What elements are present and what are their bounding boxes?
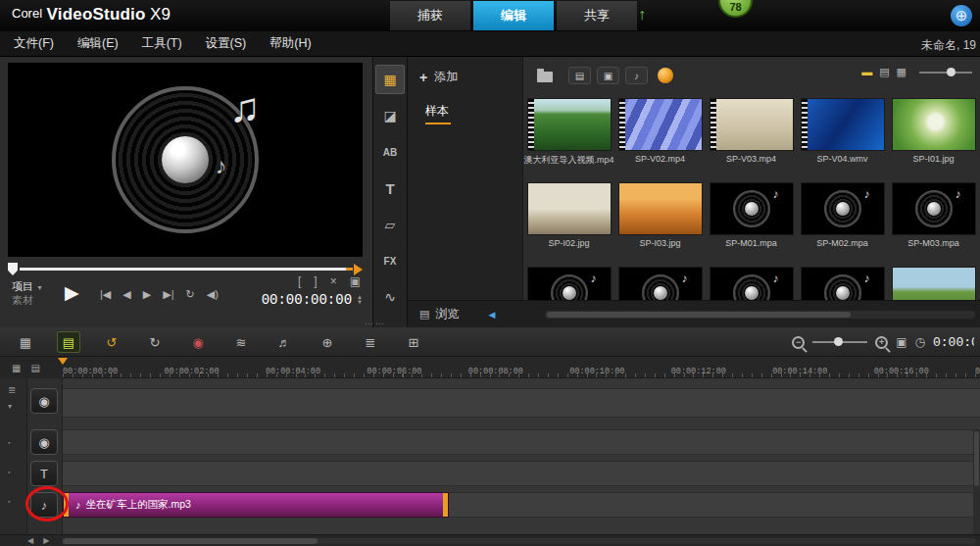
media-item[interactable]: ♪ <box>797 267 888 300</box>
gallery-scrollbar[interactable] <box>545 311 975 319</box>
video-track-button[interactable]: ◉ <box>30 388 58 414</box>
timeline-scrollbar-handle[interactable] <box>63 538 318 544</box>
media-item[interactable]: ♪ <box>888 267 979 300</box>
menu-item[interactable]: 文件(F) <box>14 35 54 52</box>
preview-timecode[interactable]: 00:00:00:00 <box>262 292 352 308</box>
menu-item[interactable]: 设置(S) <box>206 35 247 52</box>
panel-splitter-grip[interactable]: ⋯⋯ <box>365 319 386 328</box>
clock-icon[interactable]: ◷ <box>915 335 925 349</box>
fit-project-icon[interactable]: ▣ <box>896 335 906 349</box>
title-icon[interactable]: T <box>375 174 405 203</box>
timeline-zoom-slider[interactable] <box>812 341 867 343</box>
timeline-ruler[interactable]: ▦ ▤ 00:00:00:00 00:00:02:00 00:00:04:00 … <box>0 357 980 378</box>
graphic-icon[interactable]: ▱ <box>375 210 405 239</box>
subtitle-editor-icon[interactable]: ≣ <box>359 331 382 353</box>
media-item[interactable]: ♪ SP-M02.mpa <box>797 182 888 267</box>
view-toggle-icon[interactable]: ▤ <box>879 66 889 78</box>
timecode-spinner[interactable]: ▲ ▼ <box>357 295 363 305</box>
media-item[interactable]: ♪ SP-I01.jpg <box>888 98 979 182</box>
play-button[interactable]: ▶ <box>65 281 79 304</box>
audio-filter-icon[interactable]: ♪ <box>625 67 648 84</box>
media-item[interactable]: ♪ <box>614 267 706 300</box>
video-track-lane[interactable] <box>63 388 980 418</box>
timeline-view-icon[interactable]: ▤ <box>57 331 80 353</box>
sidebar-item-samples[interactable]: 样本 <box>408 99 522 124</box>
folder-icon[interactable] <box>537 72 553 82</box>
view-toggle-icon[interactable]: ▬ <box>861 66 872 78</box>
timeline-playhead[interactable] <box>58 358 68 365</box>
media-item[interactable]: ♪ SP-V02.mp4 <box>614 98 706 182</box>
menu-item[interactable]: 帮助(H) <box>270 35 311 52</box>
track-option-icon[interactable]: ▪ <box>8 498 10 505</box>
gallery-scrollbar-handle[interactable] <box>547 312 851 318</box>
view-toggle-icon[interactable]: ▦ <box>897 66 906 78</box>
next-frame-icon[interactable]: ▶ <box>143 288 151 301</box>
track-option-icon[interactable]: ▪ <box>8 469 10 475</box>
thumbnail-size-slider[interactable] <box>919 72 972 74</box>
split-clip-icon[interactable]: ▣ <box>350 274 361 288</box>
media-item[interactable]: ♪ SP-I03.jpg <box>614 182 706 267</box>
media-item[interactable]: ♪ <box>523 267 614 300</box>
media-item[interactable]: ♪ <box>706 267 797 300</box>
track-view-icon[interactable]: ▤ <box>30 363 39 373</box>
title-track-lane[interactable] <box>63 461 980 486</box>
track-option-icon[interactable]: ▪ <box>8 439 10 446</box>
mode-clip-label[interactable]: 素材 <box>12 294 41 307</box>
slider-knob[interactable] <box>947 68 956 76</box>
scroll-left-icon[interactable]: ◀ <box>488 310 495 320</box>
scrubber-track[interactable] <box>20 268 347 271</box>
scroll-left-icon[interactable]: ◀ <box>27 536 33 545</box>
media-item[interactable]: ♪ SP-M01.mpa <box>706 182 797 267</box>
media-item[interactable]: ♪ 澳大利亚导入视频.mp4 <box>523 98 614 182</box>
workspace-tab[interactable]: 编辑 <box>473 1 554 30</box>
overlay-track-lane[interactable] <box>63 429 980 455</box>
batch-convert-icon[interactable]: ⊞ <box>402 331 425 353</box>
globe-icon[interactable]: ⊕ <box>951 5 972 26</box>
auto-music-icon[interactable]: ♬ <box>272 331 296 353</box>
photo-filter-icon[interactable]: ▣ <box>597 67 619 84</box>
previous-frame-icon[interactable]: ◀ <box>122 288 130 301</box>
media-item[interactable]: ♪ SP-I02.jpg <box>523 182 614 267</box>
motion-path-icon[interactable]: ∿ <box>375 282 405 312</box>
overlay-track-button[interactable]: ◉ <box>30 429 58 455</box>
storyboard-view-icon[interactable]: ▦ <box>14 331 37 353</box>
tracks-vertical-scrollbar[interactable] <box>973 429 980 546</box>
volume-icon[interactable]: ◀) <box>207 288 219 301</box>
video-filter-icon[interactable]: ▤ <box>568 67 591 84</box>
media-icon[interactable]: ▦ <box>375 65 405 94</box>
spinner-down-icon[interactable]: ▼ <box>357 300 363 305</box>
browse-label[interactable]: 浏览 <box>435 306 459 323</box>
media-item[interactable]: ♪ SP-V04.wmv <box>797 98 888 182</box>
notification-badge[interactable]: 78 <box>718 0 753 18</box>
end-icon[interactable]: ▶| <box>163 288 173 301</box>
redo-icon[interactable]: ↻ <box>143 331 167 353</box>
scroll-right-icon[interactable]: ▶ <box>43 536 49 545</box>
workspace-tab[interactable]: 捕获 <box>390 1 470 30</box>
record-capture-icon[interactable]: ◉ <box>186 331 210 353</box>
workspace-tab[interactable]: 共享 <box>557 1 637 30</box>
motion-tracking-icon[interactable]: ⊕ <box>316 331 339 353</box>
sound-mixer-icon[interactable]: ≋ <box>229 331 253 353</box>
instant-project-icon[interactable]: ◪ <box>375 101 405 130</box>
undo-icon[interactable]: ↺ <box>100 331 123 353</box>
track-option-icon[interactable]: ▾ <box>8 402 12 411</box>
delete-icon[interactable]: × <box>330 274 337 288</box>
filter-icon[interactable]: FX <box>375 246 405 275</box>
track-option-icon[interactable]: ≣ <box>8 384 16 395</box>
track-view-icon[interactable]: ▦ <box>12 363 21 373</box>
media-item[interactable]: ♪ SP-V03.mp4 <box>706 98 797 182</box>
mark-out-button[interactable]: ] <box>314 274 317 288</box>
music-clip[interactable]: ♪ 坐在矿车上的国家.mp3 <box>63 492 449 518</box>
media-3d-icon[interactable] <box>658 68 673 83</box>
media-item[interactable]: ♪ SP-M03.mpa <box>888 182 979 267</box>
zoom-slider-knob[interactable] <box>834 337 843 346</box>
mark-in-button[interactable]: [ <box>298 274 301 288</box>
menu-item[interactable]: 工具(T) <box>142 35 182 52</box>
repeat-icon[interactable]: ↻ <box>186 288 195 301</box>
menu-item[interactable]: 编辑(E) <box>77 35 119 52</box>
zoom-in-icon[interactable]: + <box>875 336 888 349</box>
add-folder-row[interactable]: + 添加 <box>408 57 522 85</box>
zoom-out-icon[interactable]: − <box>792 336 805 349</box>
home-icon[interactable]: |◀ <box>100 288 111 301</box>
tracks-scrollbar-handle[interactable] <box>974 431 979 486</box>
